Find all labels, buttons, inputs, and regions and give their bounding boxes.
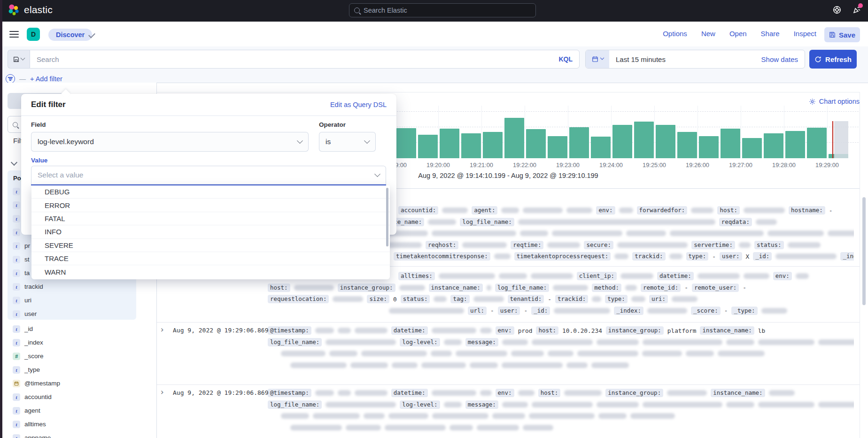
filter-settings-icon[interactable]	[6, 74, 15, 84]
dropdown-scrollbar[interactable]	[386, 188, 388, 246]
kql-search-input[interactable]: Search KQL	[30, 50, 580, 69]
dropdown-option-error[interactable]: ERROR	[31, 199, 390, 212]
expand-row-icon[interactable]: ›	[160, 326, 164, 334]
histogram-bar[interactable]	[483, 132, 503, 158]
field-badge: @timestamp:	[268, 389, 311, 397]
news-icon[interactable]	[852, 5, 861, 15]
toolbar-link-share[interactable]: Share	[761, 30, 780, 38]
redacted-value	[470, 362, 498, 368]
histogram-bar[interactable]	[764, 133, 783, 158]
redacted-value	[439, 273, 495, 279]
expand-row-icon[interactable]: ›	[160, 388, 164, 396]
sidebar-field-_type[interactable]: t_type	[8, 363, 148, 377]
dropdown-option-fatal[interactable]: FATAL	[31, 212, 390, 225]
dropdown-option-warn[interactable]: WARN	[31, 265, 390, 278]
field-badge: url:	[468, 307, 487, 315]
histogram-bar[interactable]	[721, 129, 740, 158]
elastic-logo[interactable]: elastic	[8, 4, 53, 16]
save-button[interactable]: Save	[824, 27, 860, 42]
elastic-logo-icon	[8, 4, 20, 16]
sidebar-field-agent[interactable]: tagent	[8, 404, 148, 417]
histogram-bar[interactable]	[526, 129, 546, 158]
edit-as-query-dsl-link[interactable]: Edit as Query DSL	[330, 101, 387, 108]
chart-options-label: Chart options	[819, 98, 860, 105]
field-badge: message:	[465, 338, 498, 346]
field-badge: _type:	[731, 307, 757, 315]
histogram-bar[interactable]	[440, 129, 459, 158]
histogram-bar[interactable]	[461, 133, 481, 158]
text-field-icon: t	[13, 256, 20, 263]
toolbar-link-options[interactable]: Options	[663, 30, 687, 38]
redacted-value	[686, 351, 714, 356]
chevron-down-icon[interactable]	[11, 159, 17, 166]
field-name: agent	[24, 407, 40, 414]
vertical-scrollbar[interactable]	[862, 197, 866, 305]
redacted-value	[726, 339, 754, 345]
global-search-input[interactable]: Search Elastic	[349, 3, 536, 17]
histogram-bar[interactable]	[504, 118, 524, 158]
help-icon[interactable]	[832, 5, 842, 15]
chevron-down-icon	[364, 138, 370, 144]
histogram-bar[interactable]	[785, 131, 805, 158]
time-range-value[interactable]: Last 15 minutes	[609, 55, 761, 63]
histogram-bar[interactable]	[612, 125, 632, 158]
table-row[interactable]: ›Aug 9, 2022 @ 19:29:06.869@timestamp:da…	[157, 322, 860, 384]
save-icon	[829, 31, 836, 38]
dropdown-option-trace[interactable]: TRACE	[31, 252, 390, 265]
field-badge: servertime:	[691, 241, 735, 249]
sidebar-field-_score[interactable]: #_score	[8, 349, 148, 363]
add-filter-link[interactable]: + Add filter	[30, 75, 62, 83]
query-language-button[interactable]: KQL	[558, 55, 573, 63]
redacted-value	[566, 362, 588, 368]
histogram-bar[interactable]	[807, 128, 827, 158]
field-badge: uri:	[649, 295, 668, 303]
saved-query-menu-button[interactable]	[8, 50, 30, 69]
sidebar-field-trackid[interactable]: ttrackid	[8, 280, 136, 293]
breadcrumb[interactable]: Discover	[48, 29, 92, 41]
field-badge: log-level:	[400, 400, 440, 409]
calendar-icon	[13, 380, 20, 387]
histogram-bar[interactable]	[569, 127, 589, 158]
toolbar-link-new[interactable]: New	[701, 30, 715, 38]
menu-icon[interactable]	[9, 31, 19, 38]
sidebar-field-appname[interactable]: tappname	[8, 431, 148, 438]
value-combobox[interactable]: Select a value	[31, 166, 386, 185]
toolbar-link-inspect[interactable]: Inspect	[794, 30, 816, 38]
sidebar-field-alltimes[interactable]: talltimes	[8, 417, 148, 431]
redacted-value	[329, 351, 357, 356]
sidebar-field-uri[interactable]: turi	[8, 293, 136, 307]
sidebar-field-_id[interactable]: t_id	[8, 322, 148, 336]
dropdown-option-info[interactable]: INFO	[31, 225, 390, 238]
field-value: 0	[393, 296, 397, 303]
space-avatar[interactable]: D	[27, 28, 40, 41]
histogram-bar[interactable]	[548, 136, 567, 158]
redacted-value	[828, 231, 854, 236]
dropdown-option-debug[interactable]: DEBUG	[31, 185, 390, 199]
table-row[interactable]: ›Aug 9, 2022 @ 19:29:06.869@timestamp:da…	[157, 384, 860, 438]
sidebar-field-_index[interactable]: t_index	[8, 336, 148, 349]
sidebar-field-accountid[interactable]: taccountid	[8, 390, 148, 404]
toolbar-link-open[interactable]: Open	[729, 30, 747, 38]
operator-select[interactable]: is	[319, 132, 376, 152]
redacted-value	[626, 231, 666, 236]
text-field-icon: t	[13, 407, 20, 415]
dropdown-option-severe[interactable]: SEVERE	[31, 239, 390, 252]
refresh-button[interactable]: Refresh	[809, 50, 857, 69]
histogram-bar[interactable]	[418, 135, 438, 158]
sidebar-field-@timestamp[interactable]: @timestamp	[8, 377, 148, 390]
chart-options-button[interactable]: Chart options	[809, 98, 860, 105]
histogram-bar[interactable]	[634, 122, 654, 158]
histogram-bar[interactable]	[699, 136, 719, 158]
redacted-value	[726, 402, 754, 407]
field-select[interactable]: log-level.keyword	[31, 132, 309, 152]
show-dates-link[interactable]: Show dates	[761, 55, 805, 63]
calendar-button[interactable]	[586, 50, 609, 68]
redacted-value	[531, 273, 573, 279]
histogram-bar[interactable]	[591, 137, 611, 158]
histogram-bar[interactable]	[656, 125, 675, 158]
field-badge: _index:	[840, 252, 854, 261]
histogram-bar[interactable]	[677, 132, 697, 158]
sidebar-field-user[interactable]: tuser	[8, 307, 136, 321]
histogram-bar[interactable]	[742, 138, 762, 158]
histogram-bar[interactable]	[396, 128, 416, 158]
